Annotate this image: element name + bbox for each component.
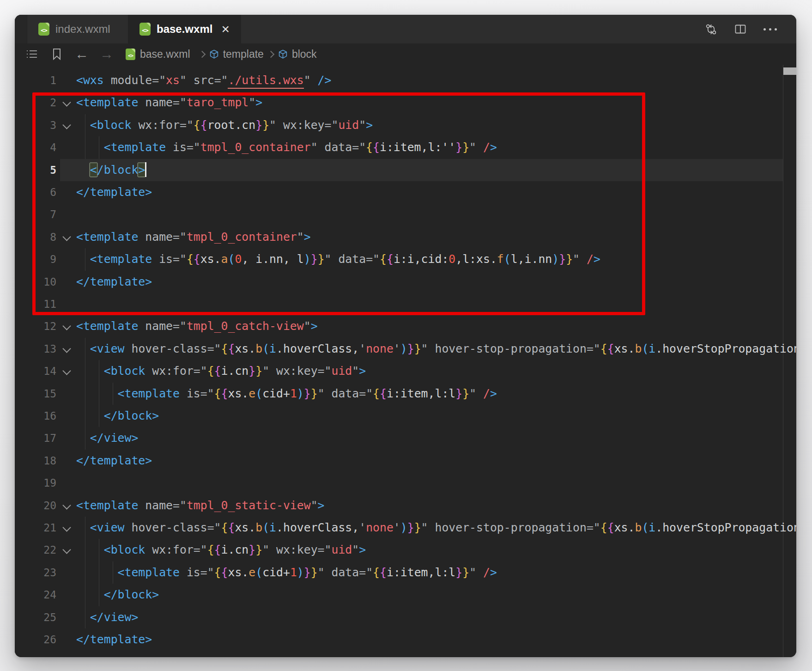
- code-line-9: 9 <template is="{{xs.a(0, i.nn, l)}}" da…: [15, 248, 796, 270]
- editor-actions: [705, 15, 796, 43]
- code-line-10: 10</template>: [15, 271, 796, 293]
- text-cursor: [145, 162, 146, 177]
- chevron-fold-icon[interactable]: [62, 121, 71, 129]
- line-number: 17: [15, 427, 56, 449]
- line-number: 24: [15, 584, 56, 606]
- line-number: 15: [15, 383, 56, 405]
- tab-label: base.wxml: [157, 23, 212, 36]
- code-line-1: 1<wxs module="xs" src="./utils.wxs" />: [15, 69, 796, 92]
- breadcrumb-bar: ← → <> base.wxml templateblock: [15, 43, 796, 65]
- outline-list-icon[interactable]: [26, 49, 38, 60]
- line-number: 6: [15, 181, 56, 203]
- line-number: 1: [15, 69, 56, 92]
- tab-base.wxml[interactable]: <>base.wxml×: [128, 15, 241, 43]
- code-line-22: 22 <block wx:for="{{i.cn}}" wx:key="uid"…: [15, 539, 796, 561]
- line-number: 16: [15, 405, 56, 427]
- cube-icon: [209, 49, 219, 59]
- line-number: 9: [15, 248, 56, 270]
- code-line-13: 13 <view hover-class="{{xs.b(i.hoverClas…: [15, 338, 796, 360]
- code-text: </block>: [76, 405, 159, 427]
- code-text: </template>: [76, 628, 152, 651]
- code-text: <block wx:for="{{i.cn}}" wx:key="uid">: [76, 360, 366, 382]
- code-line-2: 2<template name="taro_tmpl">: [15, 92, 796, 114]
- code-text: <view hover-class="{{xs.b(i.hoverClass,'…: [76, 338, 796, 360]
- code-text: <template name="tmpl_0_container">: [76, 226, 311, 248]
- code-text: <wxs module="xs" src="./utils.wxs" />: [76, 69, 331, 92]
- code-text: </view>: [76, 427, 138, 449]
- chevron-fold-icon[interactable]: [62, 523, 71, 531]
- code-line-25: 25 </view>: [15, 606, 796, 628]
- line-number: 13: [15, 338, 56, 360]
- code-line-6: 6</template>: [15, 181, 796, 203]
- tab-index.wxml[interactable]: <>index.wxml: [27, 15, 128, 43]
- breadcrumb: <> base.wxml templateblock: [126, 48, 317, 61]
- breadcrumb-item-template[interactable]: template: [223, 48, 264, 61]
- line-number: 22: [15, 539, 56, 561]
- code-line-26: 26</template>: [15, 628, 796, 651]
- line-number: 5: [15, 159, 56, 181]
- line-number: 3: [15, 114, 56, 136]
- line-number: 4: [15, 136, 56, 159]
- code-text: <template is="{{xs.e(cid+1)}}" data="{{i…: [76, 383, 497, 405]
- wxml-file-icon: <>: [139, 23, 151, 36]
- open-changes-icon[interactable]: [705, 23, 717, 36]
- breadcrumb-file[interactable]: base.wxml: [140, 48, 190, 61]
- line-number: 25: [15, 606, 56, 628]
- chevron-fold-icon[interactable]: [62, 232, 71, 241]
- code-line-19: 19: [15, 472, 796, 494]
- breadcrumb-separator-icon: [267, 50, 275, 58]
- vscode-window: <>index.wxml<>base.wxml×: [15, 15, 796, 657]
- code-line-24: 24 </block>: [15, 584, 796, 606]
- close-icon[interactable]: ×: [221, 22, 230, 36]
- tab-bar-tabs: <>index.wxml<>base.wxml×: [27, 15, 241, 43]
- code-line-3: 3 <block wx:for="{{root.cn}}" wx:key="ui…: [15, 114, 796, 136]
- code-line-15: 15 <template is="{{xs.e(cid+1)}}" data="…: [15, 383, 796, 405]
- wxml-file-icon: <>: [38, 23, 49, 36]
- tab-label: index.wxml: [55, 23, 110, 36]
- code-text: </block>: [76, 584, 159, 606]
- chevron-fold-icon[interactable]: [62, 344, 71, 353]
- line-number: 20: [15, 494, 56, 517]
- code-text: <block wx:for="{{i.cn}}" wx:key="uid">: [76, 539, 366, 561]
- chevron-fold-icon[interactable]: [62, 366, 71, 375]
- line-number: 19: [15, 472, 56, 494]
- breadcrumb-item-block[interactable]: block: [292, 48, 317, 61]
- tab-bar: <>index.wxml<>base.wxml×: [15, 15, 796, 43]
- code-text: <template is="{{xs.a(0, i.nn, l)}}" data…: [76, 248, 600, 270]
- chevron-fold-icon[interactable]: [62, 98, 71, 107]
- line-number: 2: [15, 92, 56, 114]
- line-number: 14: [15, 360, 56, 382]
- line-number: 27: [15, 651, 56, 657]
- line-number: 12: [15, 315, 56, 337]
- chevron-fold-icon[interactable]: [62, 546, 71, 554]
- breadcrumb-separator-icon: [198, 50, 206, 58]
- code-text: <template name="tmpl_0_static-view">: [76, 494, 325, 517]
- line-number: 23: [15, 561, 56, 584]
- code-text: <template is="{{xs.e(cid+1)}}" data="{{i…: [76, 561, 497, 584]
- chevron-fold-icon[interactable]: [62, 322, 71, 330]
- line-number: 10: [15, 271, 56, 293]
- code-line-8: 8<template name="tmpl_0_container">: [15, 226, 796, 248]
- bookmark-icon[interactable]: [51, 48, 63, 60]
- more-actions-icon[interactable]: [764, 28, 777, 30]
- line-number: 11: [15, 293, 56, 315]
- code-line-17: 17 </view>: [15, 427, 796, 449]
- chevron-fold-icon[interactable]: [62, 501, 71, 509]
- go-back-icon[interactable]: ←: [76, 47, 88, 61]
- line-number: 18: [15, 450, 56, 472]
- code-line-14: 14 <block wx:for="{{i.cn}}" wx:key="uid"…: [15, 360, 796, 382]
- code-text: </block>: [76, 159, 146, 181]
- current-line-highlight: [60, 159, 783, 181]
- code-line-4: 4 <template is="tmpl_0_container" data="…: [15, 136, 796, 159]
- code-editor[interactable]: 1<wxs module="xs" src="./utils.wxs" />2<…: [15, 65, 796, 657]
- split-editor-icon[interactable]: [734, 23, 747, 35]
- code-text: <template is="tmpl_0_container" data="{{…: [76, 136, 497, 159]
- code-line-21: 21 <view hover-class="{{xs.b(i.hoverClas…: [15, 517, 796, 539]
- go-forward-icon[interactable]: →: [101, 47, 113, 61]
- wxml-file-icon: <>: [126, 49, 135, 60]
- code-text: <block wx:for="{{root.cn}}" wx:key="uid"…: [76, 114, 373, 136]
- code-text: <view hover-class="{{xs.b(i.hoverClass,'…: [76, 517, 796, 539]
- code-line-12: 12<template name="tmpl_0_catch-view">: [15, 315, 796, 337]
- code-line-20: 20<template name="tmpl_0_static-view">: [15, 494, 796, 517]
- line-number: 26: [15, 628, 56, 651]
